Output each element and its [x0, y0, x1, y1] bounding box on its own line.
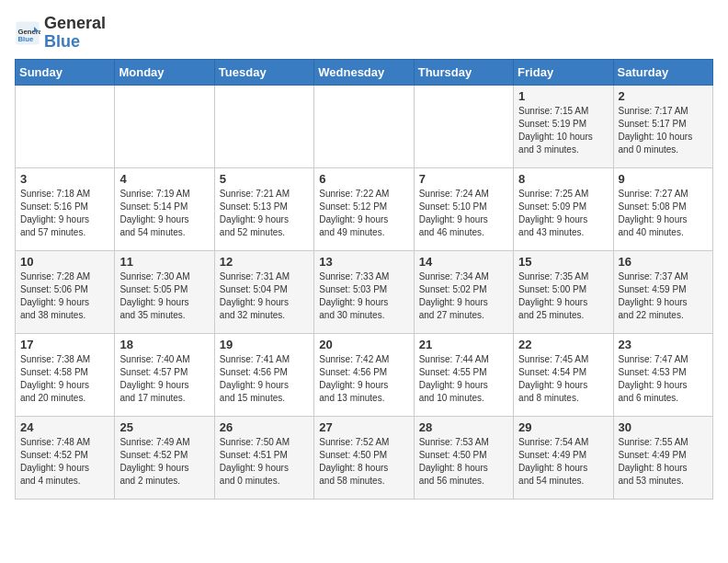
weekday-header-thursday: Thursday: [414, 59, 513, 85]
day-number: 1: [518, 89, 608, 103]
calendar-week-4: 17Sunrise: 7:38 AM Sunset: 4:58 PM Dayli…: [16, 333, 713, 416]
calendar-cell: 9Sunrise: 7:27 AM Sunset: 5:08 PM Daylig…: [613, 167, 712, 250]
day-number: 12: [220, 255, 309, 269]
calendar-cell: 1Sunrise: 7:15 AM Sunset: 5:19 PM Daylig…: [514, 85, 613, 167]
day-info: Sunrise: 7:21 AM Sunset: 5:13 PM Dayligh…: [220, 188, 309, 239]
weekday-header-wednesday: Wednesday: [314, 59, 414, 85]
calendar-cell: 11Sunrise: 7:30 AM Sunset: 5:05 PM Dayli…: [115, 250, 214, 333]
day-number: 3: [20, 172, 109, 186]
day-info: Sunrise: 7:38 AM Sunset: 4:58 PM Dayligh…: [20, 353, 109, 405]
day-info: Sunrise: 7:49 AM Sunset: 4:52 PM Dayligh…: [119, 436, 209, 488]
day-info: Sunrise: 7:27 AM Sunset: 5:08 PM Dayligh…: [619, 188, 708, 239]
day-number: 14: [419, 255, 508, 269]
calendar-cell: 4Sunrise: 7:19 AM Sunset: 5:14 PM Daylig…: [115, 167, 214, 250]
day-number: 25: [119, 420, 209, 434]
day-number: 24: [20, 420, 109, 434]
day-number: 22: [518, 338, 608, 351]
calendar-cell: [314, 85, 414, 167]
calendar-cell: 28Sunrise: 7:53 AM Sunset: 4:50 PM Dayli…: [414, 416, 513, 499]
calendar-cell: 12Sunrise: 7:31 AM Sunset: 5:04 PM Dayli…: [214, 250, 313, 333]
day-number: 7: [419, 172, 508, 186]
calendar-table: SundayMondayTuesdayWednesdayThursdayFrid…: [15, 59, 713, 500]
day-info: Sunrise: 7:25 AM Sunset: 5:09 PM Dayligh…: [518, 188, 608, 239]
day-number: 21: [419, 338, 508, 351]
day-info: Sunrise: 7:34 AM Sunset: 5:02 PM Dayligh…: [419, 270, 508, 322]
logo-text: GeneralBlue: [44, 15, 106, 52]
calendar-cell: 27Sunrise: 7:52 AM Sunset: 4:50 PM Dayli…: [314, 416, 414, 499]
day-info: Sunrise: 7:45 AM Sunset: 4:54 PM Dayligh…: [518, 353, 608, 405]
calendar-header-row: SundayMondayTuesdayWednesdayThursdayFrid…: [16, 59, 713, 85]
day-info: Sunrise: 7:35 AM Sunset: 5:00 PM Dayligh…: [518, 270, 608, 322]
day-info: Sunrise: 7:53 AM Sunset: 4:50 PM Dayligh…: [419, 436, 508, 488]
day-info: Sunrise: 7:41 AM Sunset: 4:56 PM Dayligh…: [220, 353, 309, 405]
day-number: 2: [619, 89, 708, 103]
logo-icon: General Blue: [15, 20, 40, 46]
calendar-cell: 20Sunrise: 7:42 AM Sunset: 4:56 PM Dayli…: [314, 333, 414, 416]
day-info: Sunrise: 7:55 AM Sunset: 4:49 PM Dayligh…: [619, 436, 708, 488]
day-info: Sunrise: 7:17 AM Sunset: 5:17 PM Dayligh…: [619, 105, 708, 156]
calendar-cell: 21Sunrise: 7:44 AM Sunset: 4:55 PM Dayli…: [414, 333, 513, 416]
day-number: 13: [319, 255, 408, 269]
day-info: Sunrise: 7:52 AM Sunset: 4:50 PM Dayligh…: [319, 436, 408, 488]
calendar-week-1: 1Sunrise: 7:15 AM Sunset: 5:19 PM Daylig…: [16, 85, 713, 167]
calendar-cell: [214, 85, 313, 167]
day-number: 4: [119, 172, 209, 186]
day-number: 8: [518, 172, 608, 186]
weekday-header-friday: Friday: [514, 59, 613, 85]
day-number: 6: [319, 172, 408, 186]
day-number: 20: [319, 338, 408, 351]
calendar-cell: [414, 85, 513, 167]
day-info: Sunrise: 7:48 AM Sunset: 4:52 PM Dayligh…: [20, 436, 109, 488]
calendar-cell: 23Sunrise: 7:47 AM Sunset: 4:53 PM Dayli…: [613, 333, 712, 416]
day-number: 18: [119, 338, 209, 351]
day-number: 30: [619, 420, 708, 434]
calendar-cell: 24Sunrise: 7:48 AM Sunset: 4:52 PM Dayli…: [16, 416, 115, 499]
day-info: Sunrise: 7:40 AM Sunset: 4:57 PM Dayligh…: [119, 353, 209, 405]
calendar-cell: [16, 85, 115, 167]
calendar-cell: 29Sunrise: 7:54 AM Sunset: 4:49 PM Dayli…: [514, 416, 613, 499]
day-number: 23: [619, 338, 708, 351]
weekday-header-tuesday: Tuesday: [214, 59, 313, 85]
weekday-header-monday: Monday: [115, 59, 214, 85]
calendar-week-5: 24Sunrise: 7:48 AM Sunset: 4:52 PM Dayli…: [16, 416, 713, 499]
calendar-cell: [115, 85, 214, 167]
day-info: Sunrise: 7:19 AM Sunset: 5:14 PM Dayligh…: [119, 188, 209, 239]
day-info: Sunrise: 7:37 AM Sunset: 4:59 PM Dayligh…: [619, 270, 708, 322]
calendar-cell: 16Sunrise: 7:37 AM Sunset: 4:59 PM Dayli…: [613, 250, 712, 333]
calendar-cell: 5Sunrise: 7:21 AM Sunset: 5:13 PM Daylig…: [214, 167, 313, 250]
calendar-cell: 14Sunrise: 7:34 AM Sunset: 5:02 PM Dayli…: [414, 250, 513, 333]
calendar-cell: 15Sunrise: 7:35 AM Sunset: 5:00 PM Dayli…: [514, 250, 613, 333]
calendar-cell: 7Sunrise: 7:24 AM Sunset: 5:10 PM Daylig…: [414, 167, 513, 250]
calendar-week-2: 3Sunrise: 7:18 AM Sunset: 5:16 PM Daylig…: [16, 167, 713, 250]
day-info: Sunrise: 7:33 AM Sunset: 5:03 PM Dayligh…: [319, 270, 408, 322]
day-info: Sunrise: 7:31 AM Sunset: 5:04 PM Dayligh…: [220, 270, 309, 322]
day-info: Sunrise: 7:30 AM Sunset: 5:05 PM Dayligh…: [119, 270, 209, 322]
day-info: Sunrise: 7:15 AM Sunset: 5:19 PM Dayligh…: [518, 105, 608, 156]
calendar-cell: 2Sunrise: 7:17 AM Sunset: 5:17 PM Daylig…: [613, 85, 712, 167]
day-info: Sunrise: 7:28 AM Sunset: 5:06 PM Dayligh…: [20, 270, 109, 322]
calendar-cell: 8Sunrise: 7:25 AM Sunset: 5:09 PM Daylig…: [514, 167, 613, 250]
day-info: Sunrise: 7:44 AM Sunset: 4:55 PM Dayligh…: [419, 353, 508, 405]
day-number: 27: [319, 420, 408, 434]
svg-text:Blue: Blue: [18, 35, 34, 43]
day-info: Sunrise: 7:54 AM Sunset: 4:49 PM Dayligh…: [518, 436, 608, 488]
page-header: General Blue GeneralBlue: [15, 15, 713, 52]
calendar-cell: 18Sunrise: 7:40 AM Sunset: 4:57 PM Dayli…: [115, 333, 214, 416]
calendar-cell: 22Sunrise: 7:45 AM Sunset: 4:54 PM Dayli…: [514, 333, 613, 416]
weekday-header-sunday: Sunday: [16, 59, 115, 85]
calendar-cell: 26Sunrise: 7:50 AM Sunset: 4:51 PM Dayli…: [214, 416, 313, 499]
day-number: 17: [20, 338, 109, 351]
calendar-cell: 3Sunrise: 7:18 AM Sunset: 5:16 PM Daylig…: [16, 167, 115, 250]
day-number: 10: [20, 255, 109, 269]
day-number: 26: [220, 420, 309, 434]
day-number: 28: [419, 420, 508, 434]
calendar-cell: 6Sunrise: 7:22 AM Sunset: 5:12 PM Daylig…: [314, 167, 414, 250]
day-info: Sunrise: 7:42 AM Sunset: 4:56 PM Dayligh…: [319, 353, 408, 405]
calendar-cell: 13Sunrise: 7:33 AM Sunset: 5:03 PM Dayli…: [314, 250, 414, 333]
day-info: Sunrise: 7:47 AM Sunset: 4:53 PM Dayligh…: [619, 353, 708, 405]
day-number: 29: [518, 420, 608, 434]
day-number: 16: [619, 255, 708, 269]
calendar-cell: 10Sunrise: 7:28 AM Sunset: 5:06 PM Dayli…: [16, 250, 115, 333]
logo: General Blue GeneralBlue: [15, 15, 106, 52]
calendar-cell: 19Sunrise: 7:41 AM Sunset: 4:56 PM Dayli…: [214, 333, 313, 416]
